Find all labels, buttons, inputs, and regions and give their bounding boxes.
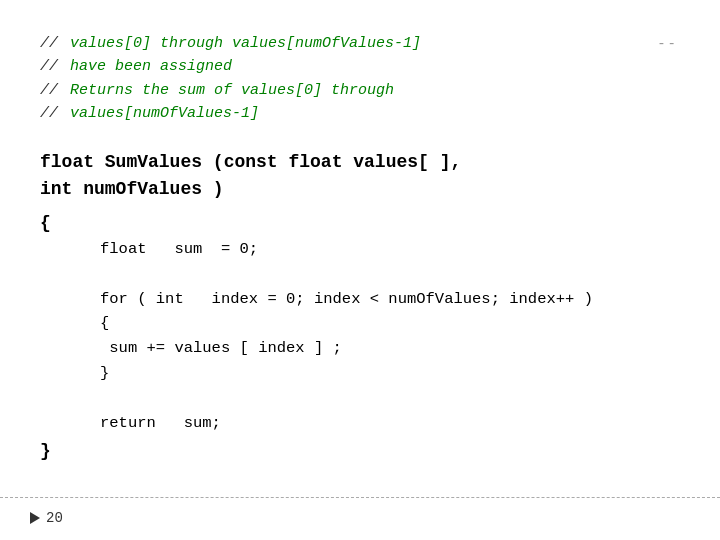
close-brace: } bbox=[40, 441, 680, 461]
bottom-divider bbox=[0, 497, 720, 498]
slide-number-container: 20 bbox=[30, 510, 63, 526]
comment-line-1: // values[0] through values[numOfValues-… bbox=[40, 32, 680, 55]
function-signature: float SumValues (const float values[ ], … bbox=[40, 149, 680, 203]
open-brace: { bbox=[40, 213, 680, 233]
function-signature-line1: float SumValues (const float values[ ], bbox=[40, 149, 680, 176]
comment-text-4: values[numOfValues-1] bbox=[70, 102, 259, 125]
comment-line-2: // have been assigned bbox=[40, 55, 680, 78]
code-line-close-inner-brace: } bbox=[60, 361, 680, 386]
comment-text-2: have been assigned bbox=[70, 55, 232, 78]
code-line-1: float sum = 0; bbox=[60, 237, 680, 262]
comment-block: // values[0] through values[numOfValues-… bbox=[40, 32, 680, 125]
comment-line-3: // Returns the sum of values[0] through bbox=[40, 79, 680, 102]
code-body: float sum = 0; for ( int index = 0; inde… bbox=[40, 237, 680, 435]
comment-slash-2: // bbox=[40, 55, 58, 78]
slide-ellipsis: -- bbox=[657, 36, 678, 52]
function-signature-line2: int numOfValues ) bbox=[40, 176, 680, 203]
slide-number-arrow-icon bbox=[30, 512, 40, 524]
code-line-open-brace: { bbox=[60, 311, 680, 336]
code-line-blank1 bbox=[60, 262, 680, 287]
code-line-for: for ( int index = 0; index < numOfValues… bbox=[60, 287, 680, 312]
comment-line-4: // values[numOfValues-1] bbox=[40, 102, 680, 125]
comment-slash-4: // bbox=[40, 102, 58, 125]
code-line-sum: sum += values [ index ] ; bbox=[60, 336, 680, 361]
comment-slash-1: // bbox=[40, 32, 58, 55]
comment-text-1: values[0] through values[numOfValues-1] bbox=[70, 32, 421, 55]
code-line-return: return sum; bbox=[60, 411, 680, 436]
comment-text-3: Returns the sum of values[0] through bbox=[70, 79, 394, 102]
slide-number-label: 20 bbox=[46, 510, 63, 526]
comment-slash-3: // bbox=[40, 79, 58, 102]
code-line-blank2 bbox=[60, 386, 680, 411]
